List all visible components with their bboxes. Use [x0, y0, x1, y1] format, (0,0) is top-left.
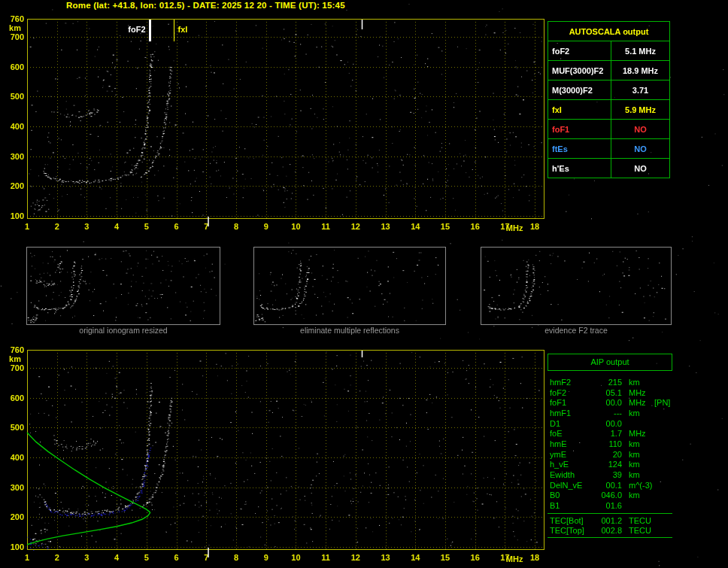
aip-label: foE [550, 429, 595, 438]
aip-note: [PN] [654, 398, 670, 407]
param-label: h'Es [548, 159, 611, 178]
aip-row: DelN_vE00.1m^(-3) [550, 480, 672, 491]
aip-rows: hmF2215km foF205.1MHz foF100.0MHz[PN] hm… [548, 377, 672, 511]
aip-label: TEC[Top] [550, 526, 595, 535]
thumbnail-caption: original ionogram resized [26, 326, 220, 335]
table-row: fxI 5.9 MHz [548, 100, 670, 120]
table-row: ftEs NO [548, 139, 670, 159]
aip-value: 00.0 [595, 419, 622, 428]
aip-label: DelN_vE [550, 481, 595, 490]
table-row: MUF(3000)F2 18.9 MHz [548, 61, 670, 80]
aip-unit: m^(-3) [629, 481, 652, 490]
aip-label: B0 [550, 491, 595, 500]
aip-output-panel: AIP output hmF2215km foF205.1MHz foF100.… [548, 354, 672, 538]
aip-value: 00.0 [595, 398, 622, 407]
aip-label: B1 [550, 501, 595, 510]
aip-row: ymE20km [550, 449, 672, 460]
aip-row: hmE110km [550, 439, 672, 449]
aip-label: foF2 [550, 388, 595, 397]
aip-unit: km [629, 378, 650, 387]
aip-unit: MHz [629, 398, 650, 407]
aip-unit: km [629, 439, 650, 448]
table-row: M(3000)F2 3.71 [548, 80, 670, 100]
aip-row: foE1.7MHz [550, 428, 672, 439]
param-value: 18.9 MHz [611, 61, 670, 80]
aip-row: h_vE124km [550, 460, 672, 470]
param-label: MUF(3000)F2 [548, 61, 611, 80]
aip-value: 00.1 [595, 481, 622, 490]
param-value: 5.9 MHz [611, 100, 670, 120]
table-row: foF1 NO [548, 120, 670, 139]
thumbnail-caption: evidence F2 trace [481, 326, 672, 335]
aip-value: 39 [595, 470, 622, 479]
aip-unit: TECU [629, 516, 651, 525]
param-value: 5.1 MHz [611, 41, 670, 61]
aip-label: hmF2 [550, 378, 595, 387]
param-label: foF2 [548, 41, 611, 61]
aip-unit: MHz [629, 388, 650, 397]
aip-value: 1.7 [595, 429, 622, 438]
param-value: NO [611, 139, 670, 159]
param-label: foF1 [548, 120, 611, 139]
top-ionogram-chart [0, 14, 546, 239]
aip-unit: km [629, 450, 650, 459]
param-label: fxI [548, 100, 611, 120]
bottom-ionogram-chart [0, 345, 546, 568]
aip-row: Ewidth39km [550, 469, 672, 480]
aip-label: TEC[Bot] [550, 516, 595, 525]
aip-unit: km [629, 470, 650, 479]
aip-value: 002.8 [595, 526, 622, 535]
aip-unit: MHz [629, 429, 650, 438]
aip-unit: km [629, 409, 650, 418]
aip-value: 215 [595, 378, 622, 387]
thumbnail-original-ionogram [26, 247, 220, 325]
aip-tec-row: TEC[Top]002.8TECU [550, 526, 672, 536]
autoscala-table-title: AUTOSCALA output [548, 22, 670, 41]
aip-label: Ewidth [550, 470, 595, 479]
aip-label: h_vE [550, 460, 595, 469]
aip-value: 110 [595, 439, 622, 448]
param-label: M(3000)F2 [548, 80, 611, 100]
table-row: foF2 5.1 MHz [548, 41, 670, 61]
aip-label: foF1 [550, 398, 595, 407]
aip-unit: km [629, 460, 650, 469]
param-value: NO [611, 159, 670, 178]
table-header-row: AUTOSCALA output [548, 22, 670, 41]
param-value: 3.71 [611, 80, 670, 100]
aip-value: 046.0 [595, 491, 622, 500]
aip-value: 05.1 [595, 388, 622, 397]
aip-label: ymE [550, 450, 595, 459]
table-row: h'Es NO [548, 159, 670, 178]
aip-row: foF205.1MHz [550, 387, 672, 398]
aip-label: hmE [550, 439, 595, 448]
aip-tec-section: TEC[Bot]001.2TECU TEC[Top]002.8TECU [548, 513, 672, 538]
thumbnail-caption: eliminate multiple reflections [253, 326, 446, 335]
thumbnail-evidence-f2-trace [481, 247, 672, 325]
aip-unit: km [629, 491, 650, 500]
aip-tec-row: TEC[Bot]001.2TECU [550, 515, 672, 526]
aip-row: D100.0 [550, 418, 672, 429]
aip-row: hmF1---km [550, 408, 672, 418]
aip-value: 01.6 [595, 501, 622, 510]
aip-row: B0046.0km [550, 491, 672, 501]
aip-label: hmF1 [550, 409, 595, 418]
aip-row: B101.6 [550, 500, 672, 511]
param-label: ftEs [548, 139, 611, 159]
thumbnail-eliminate-reflections [253, 247, 446, 325]
aip-unit: TECU [629, 526, 651, 535]
aip-label: D1 [550, 419, 595, 428]
aip-value: 124 [595, 460, 622, 469]
aip-value: 001.2 [595, 516, 622, 525]
param-value: NO [611, 120, 670, 139]
aip-panel-title: AIP output [548, 354, 672, 371]
aip-value: --- [595, 409, 622, 418]
aip-row: hmF2215km [550, 377, 672, 387]
aip-value: 20 [595, 450, 622, 459]
aip-row: foF100.0MHz[PN] [550, 397, 672, 408]
autoscala-output-table: AUTOSCALA output foF2 5.1 MHz MUF(3000)F… [548, 21, 670, 178]
